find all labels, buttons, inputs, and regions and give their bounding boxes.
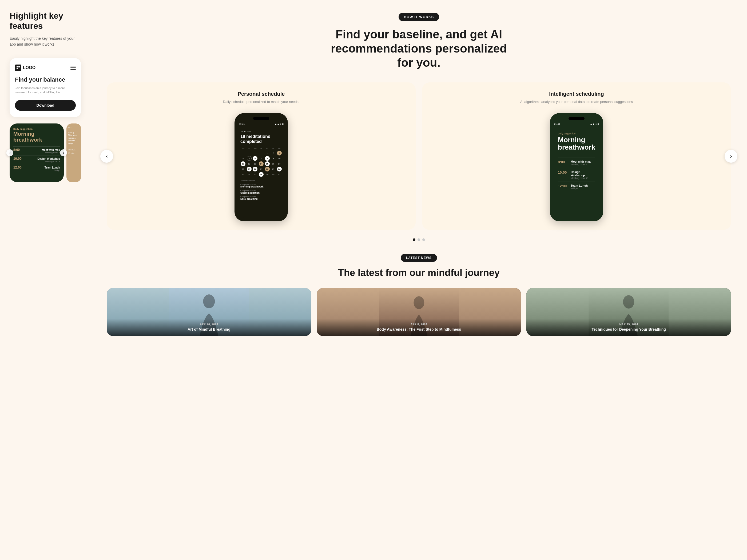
med-completed: Completed 6 times bbox=[240, 184, 282, 185]
sched-time: 12:00 bbox=[558, 184, 567, 190]
schedule-time: 12:00 bbox=[14, 166, 22, 169]
phone-status-bar-2: 21:41 ▲▲ ● ■ bbox=[552, 123, 600, 127]
svg-rect-0 bbox=[17, 66, 18, 68]
news-card-3-overlay: MAR 15, 2024 Techniques for Deepening Yo… bbox=[526, 319, 731, 336]
sched-event: Design Workshop bbox=[571, 170, 595, 177]
app-subtext: Join thousands on a journey to a more ce… bbox=[15, 86, 76, 95]
feature-card-intelligent: Intelligent scheduling AI algorithms ana… bbox=[422, 82, 731, 230]
sched-location: Meeting room X bbox=[571, 163, 595, 166]
dot-1[interactable] bbox=[413, 238, 415, 241]
med-name: Easy breathing bbox=[240, 197, 282, 200]
feature-card-personal: Personal schedule Daily schedule persona… bbox=[107, 82, 416, 230]
how-it-works-badge: HOW IT WORKS bbox=[398, 13, 439, 21]
sched-details: Design Workshop Meeting room X bbox=[571, 170, 595, 180]
sched-details: Team Lunch Bridge bbox=[571, 184, 595, 190]
phone-nav-right[interactable]: › bbox=[60, 149, 67, 156]
latest-news-badge: LATEST NEWS bbox=[401, 254, 437, 262]
news-card-3[interactable]: MAR 15, 2024 Techniques for Deepening Yo… bbox=[526, 288, 731, 336]
news-title-3: Techniques for Deepening Your Breathing bbox=[531, 327, 727, 332]
news-card-1-overlay: APR 26, 2024 Art of Mindful Breathing bbox=[107, 319, 311, 336]
cal-month: June 2024 bbox=[240, 130, 282, 133]
schedule-location: Meeting room X bbox=[42, 152, 60, 154]
left-schedule: 8:00 Meet with max Meeting room X 10:00 … bbox=[14, 146, 60, 173]
daily-suggestion-content: Daily suggestion Morning breathwork 8:00… bbox=[556, 130, 597, 194]
sched-time: 10:00 bbox=[558, 170, 567, 180]
phone-notch bbox=[253, 117, 269, 120]
meditation-item: Completed 7 times Sleep meditation bbox=[240, 190, 282, 194]
phone-title: Morning breathwork bbox=[14, 131, 60, 143]
sched-location: Meeting room X bbox=[571, 177, 595, 180]
carousel-next-button[interactable]: › bbox=[725, 150, 738, 163]
news-cards-row: APR 26, 2024 Art of Mindful Breathing bbox=[107, 288, 731, 336]
dot-3[interactable] bbox=[422, 238, 425, 241]
svg-rect-2 bbox=[17, 68, 18, 69]
phone-screen-calendar: June 2024 18 meditations completed Mo Tu… bbox=[237, 127, 285, 218]
phone-screen-suggestion: Daily suggestion Morning breathwork 8:00… bbox=[552, 127, 600, 218]
news-card-2-overlay: APR 8, 2024 Body Awareness: The First St… bbox=[317, 319, 521, 336]
left-schedule-item: 10:00 Design Workshop Meeting room X bbox=[14, 155, 60, 164]
med-name: Sleep meditation bbox=[240, 191, 282, 194]
left-panel: Highlight key features Easily highlight … bbox=[0, 0, 91, 560]
med-completed: Completed 3 times bbox=[240, 196, 282, 197]
svg-point-6 bbox=[413, 296, 424, 309]
cal-title: 18 meditations completed bbox=[240, 134, 282, 144]
sched-event: Team Lunch bbox=[571, 184, 595, 187]
schedule-event: Design Workshop bbox=[37, 157, 60, 160]
phone-mockup-calendar: 21:41 ▲▲ ● ■ June 2024 18 meditations co… bbox=[234, 113, 288, 221]
top-meditations: Top meditations Completed 6 times Mornin… bbox=[240, 180, 282, 200]
phone-notch-2 bbox=[568, 117, 585, 120]
schedule-item: 10:00 Design Workshop Meeting room X bbox=[558, 168, 595, 182]
how-it-works-section: HOW IT WORKS Find your baseline, and get… bbox=[107, 13, 731, 70]
card-1-desc: Daily schedule personalized to match you… bbox=[114, 99, 408, 105]
card-2-desc: AI algorithms analyzes your personal dat… bbox=[430, 99, 723, 105]
phone-mockup-suggestion: 21:41 ▲▲ ● ■ Daily suggestion Morning br… bbox=[550, 113, 603, 221]
phone-card-side: br... Start y... This gu... minute... in… bbox=[67, 124, 81, 182]
svg-rect-1 bbox=[19, 66, 20, 68]
news-card-2[interactable]: APR 8, 2024 Body Awareness: The First St… bbox=[317, 288, 521, 336]
schedule-details: Meet with max Meeting room X bbox=[42, 149, 60, 154]
schedule-item: 8:00 Meet with max Meeting room X bbox=[558, 158, 595, 168]
top-med-label: Top meditations bbox=[240, 180, 282, 182]
logo-icon bbox=[15, 64, 21, 71]
news-date-1: APR 26, 2024 bbox=[111, 323, 307, 326]
schedule-time: 10:00 bbox=[14, 157, 22, 161]
meditation-item: Completed 3 times Easy breathing bbox=[240, 196, 282, 200]
carousel-prev-button[interactable]: ‹ bbox=[100, 150, 113, 163]
phone-daily-label: Daily suggestion bbox=[14, 128, 60, 130]
schedule-event: Team Lunch bbox=[45, 166, 60, 169]
download-button[interactable]: Download bbox=[15, 100, 76, 111]
section-title: Find your baseline, and get AI recommend… bbox=[328, 27, 510, 70]
phone-nav-left[interactable]: ‹ bbox=[6, 149, 14, 156]
mini-logo: LOGO bbox=[15, 64, 35, 71]
left-schedule-item: 8:00 Meet with max Meeting room X bbox=[14, 146, 60, 155]
sched-time: 8:00 bbox=[558, 160, 567, 166]
chevron-left-icon: ‹ bbox=[106, 153, 108, 159]
chevron-right-icon: › bbox=[730, 153, 732, 159]
meditation-item: Completed 6 times Morning breathwork bbox=[240, 184, 282, 188]
daily-sugg-label: Daily suggestion bbox=[558, 132, 595, 135]
phone-preview-bottom: ‹ › Daily suggestion Morning breathwork … bbox=[9, 124, 81, 182]
svg-point-4 bbox=[203, 294, 215, 308]
schedule-location: Meeting room X bbox=[37, 160, 60, 163]
schedule-items: 8:00 Meet with max Meeting room X 10:00 … bbox=[558, 158, 595, 192]
feature-cards-row: ‹ Personal schedule Daily schedule perso… bbox=[107, 82, 731, 230]
dot-2[interactable] bbox=[417, 238, 420, 241]
schedule-location: Bridge bbox=[45, 169, 60, 171]
sched-details: Meet with max Meeting room X bbox=[571, 160, 595, 166]
news-title-1: Art of Mindful Breathing bbox=[111, 327, 307, 332]
app-headline: Find your balance bbox=[15, 76, 76, 83]
meditation-items: Completed 6 times Morning breathwork Com… bbox=[240, 184, 282, 200]
schedule-item: 12:00 Team Lunch Bridge bbox=[558, 182, 595, 192]
calendar-grid: Mo Tu We Th Fr Sa Su 1 2 3 bbox=[240, 147, 282, 177]
sched-location: Bridge bbox=[571, 187, 595, 190]
main-content: HOW IT WORKS Find your baseline, and get… bbox=[91, 0, 747, 560]
hamburger-icon[interactable] bbox=[71, 66, 76, 70]
schedule-details: Design Workshop Meeting room X bbox=[37, 157, 60, 163]
logo-text: LOGO bbox=[23, 65, 35, 70]
carousel-dots bbox=[107, 238, 731, 241]
highlight-desc: Easily highlight the key features of you… bbox=[9, 35, 81, 48]
svg-point-8 bbox=[623, 295, 635, 309]
card-1-title: Personal schedule bbox=[114, 91, 408, 97]
news-card-1[interactable]: APR 26, 2024 Art of Mindful Breathing bbox=[107, 288, 311, 336]
news-date-2: APR 8, 2024 bbox=[321, 323, 517, 326]
